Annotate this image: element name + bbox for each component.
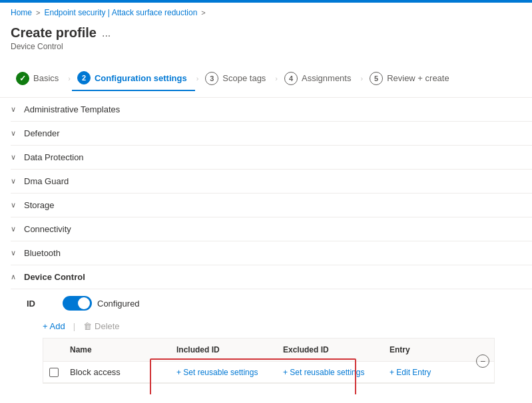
step-sep-3: › <box>275 74 278 82</box>
action-separator: | <box>73 321 75 331</box>
section-label: Device Control <box>24 272 85 282</box>
collapse-button[interactable]: − <box>476 354 489 368</box>
device-control-section: ID Configured + Add | 🗑 Delete <box>11 289 532 393</box>
col-excluded-id: Excluded ID <box>278 342 384 357</box>
row-excluded-id-cell: + Set reusable settings <box>278 362 384 382</box>
section-label: Storage <box>24 200 55 210</box>
section-label: Data Protection <box>24 152 84 162</box>
breadcrumb-home[interactable]: Home <box>11 8 32 17</box>
col-name: Name <box>65 342 171 357</box>
section-storage[interactable]: ∨ Storage <box>11 194 532 217</box>
step-assignments-label: Assignments <box>302 73 351 83</box>
id-label: ID <box>27 299 47 309</box>
section-label: Administrative Templates <box>24 104 120 114</box>
table-header: Name Included ID Excluded ID Entry <box>43 338 494 362</box>
row-included-id-cell: + Set reusable settings <box>171 362 278 382</box>
row-checkbox-cell <box>43 362 65 382</box>
more-options-button[interactable]: ... <box>102 27 111 39</box>
breadcrumb-sep-1: > <box>36 9 40 17</box>
chevron-icon: ∨ <box>11 177 19 186</box>
chevron-icon: ∨ <box>11 105 19 114</box>
col-entry: Entry <box>384 342 494 357</box>
row-checkbox[interactable] <box>49 368 59 377</box>
section-defender[interactable]: ∨ Defender <box>11 122 532 146</box>
device-control-table: Name Included ID Excluded ID Entry Block… <box>43 338 495 384</box>
step-basics-circle: ✓ <box>16 72 29 85</box>
configured-toggle[interactable] <box>63 296 92 311</box>
action-bar: + Add | 🗑 Delete <box>27 317 521 335</box>
chevron-icon: ∨ <box>11 249 19 257</box>
step-assignments[interactable]: 4 Assignments <box>279 67 359 90</box>
section-connectivity[interactable]: ∨ Connectivity <box>11 217 532 241</box>
chevron-icon: ∨ <box>11 129 19 138</box>
step-sep-2: › <box>196 74 199 82</box>
breadcrumb-endpoint[interactable]: Endpoint security | Attack surface reduc… <box>44 8 197 17</box>
toggle-knob <box>78 297 90 309</box>
step-config[interactable]: 2 Configuration settings <box>72 66 195 91</box>
page-header: Create profile ... Device Control <box>0 23 532 59</box>
step-basics[interactable]: ✓ Basics <box>11 67 67 90</box>
wizard-steps: ✓ Basics › 2 Configuration settings › 3 … <box>0 59 532 98</box>
step-scope[interactable]: 3 Scope tags <box>200 67 274 90</box>
set-included-reusable-button[interactable]: + Set reusable settings <box>176 368 258 377</box>
table-wrapper: Name Included ID Excluded ID Entry Block… <box>27 338 495 384</box>
section-label: Dma Guard <box>24 176 69 186</box>
section-admin-templates[interactable]: ∨ Administrative Templates <box>11 98 532 122</box>
step-basics-label: Basics <box>33 73 59 83</box>
delete-label: Delete <box>95 321 120 331</box>
step-sep-4: › <box>360 74 363 82</box>
section-label: Defender <box>24 128 59 138</box>
section-data-protection[interactable]: ∨ Data Protection <box>11 146 532 170</box>
add-button[interactable]: + Add <box>43 321 65 331</box>
table-row: Block access + Set reusable settings + S… <box>43 362 494 383</box>
chevron-icon: ∨ <box>11 225 19 233</box>
step-review-label: Review + create <box>387 73 449 83</box>
step-review[interactable]: 5 Review + create <box>364 67 457 90</box>
breadcrumb-sep-2: > <box>201 9 205 17</box>
step-config-label: Configuration settings <box>95 73 187 83</box>
set-excluded-reusable-button[interactable]: + Set reusable settings <box>283 368 364 377</box>
step-scope-circle: 3 <box>205 72 218 85</box>
step-review-circle: 5 <box>370 72 383 85</box>
section-dma-guard[interactable]: ∨ Dma Guard <box>11 170 532 194</box>
step-assignments-circle: 4 <box>284 72 298 85</box>
col-included-id: Included ID <box>171 342 278 357</box>
step-sep-1: › <box>68 74 71 82</box>
breadcrumb: Home > Endpoint security | Attack surfac… <box>0 3 532 23</box>
section-device-control[interactable]: ∧ Device Control <box>11 265 532 289</box>
section-bluetooth[interactable]: ∨ Bluetooth <box>11 241 532 265</box>
section-label: Bluetooth <box>24 248 61 258</box>
page-title: Create profile <box>11 25 97 41</box>
chevron-up-icon: ∧ <box>11 273 19 281</box>
step-config-circle: 2 <box>77 71 91 84</box>
col-checkbox <box>43 342 65 357</box>
toggle-text: Configured <box>97 299 140 309</box>
step-scope-label: Scope tags <box>222 73 266 83</box>
chevron-icon: ∨ <box>11 153 19 162</box>
delete-button[interactable]: 🗑 Delete <box>83 321 120 331</box>
edit-entry-button[interactable]: + Edit Entry <box>390 368 431 377</box>
delete-icon: 🗑 <box>83 321 92 331</box>
row-name-cell: Block access <box>65 362 171 382</box>
section-label: Connectivity <box>24 224 71 234</box>
toggle-container: Configured <box>63 296 140 311</box>
page-subtitle: Device Control <box>11 42 521 51</box>
chevron-icon: ∨ <box>11 201 19 209</box>
content-area: ∨ Administrative Templates ∨ Defender ∨ … <box>0 98 532 394</box>
